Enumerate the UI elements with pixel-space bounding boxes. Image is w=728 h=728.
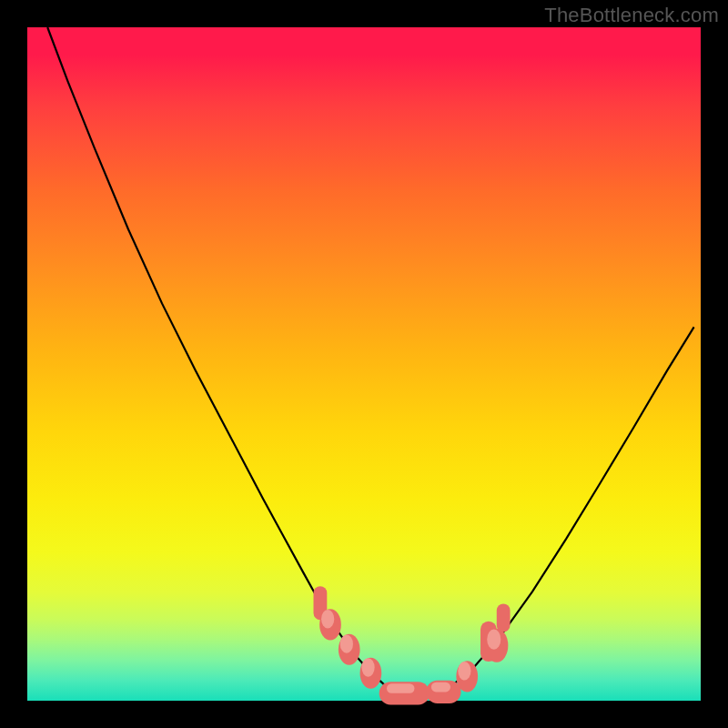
- bottom-markers: [314, 586, 511, 704]
- marker-highlight: [458, 662, 470, 680]
- marker-highlight: [387, 683, 415, 693]
- marker-highlight: [340, 634, 353, 652]
- marker-highlight: [487, 630, 500, 650]
- bottleneck-curve: [47, 27, 693, 696]
- watermark-text: TheBottleneck.com: [544, 4, 719, 27]
- plot-svg: [27, 27, 701, 701]
- marker-highlight: [361, 658, 374, 676]
- marker-vbar: [497, 603, 511, 632]
- plot-area: [27, 27, 701, 701]
- marker-highlight: [431, 682, 450, 693]
- marker-highlight: [321, 610, 334, 628]
- chart-frame: TheBottleneck.com: [0, 0, 728, 728]
